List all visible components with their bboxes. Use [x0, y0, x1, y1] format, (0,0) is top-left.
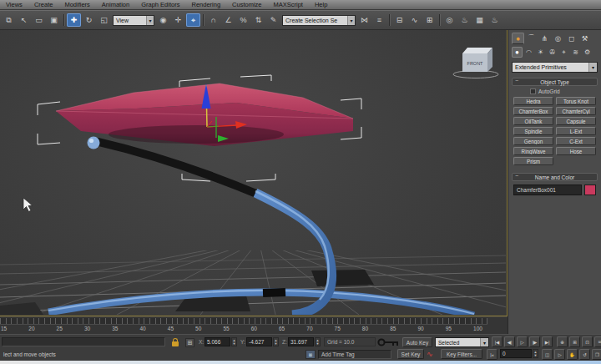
previous-frame-button[interactable]: ◀|: [504, 336, 515, 347]
name-color-rollout-header[interactable]: − Name and Color: [512, 173, 598, 181]
zoom-region-icon[interactable]: ▷: [554, 349, 565, 360]
arc-rotate-icon[interactable]: ↺: [579, 349, 590, 360]
material-editor-icon[interactable]: ◎: [442, 13, 457, 27]
modify-tab[interactable]: ⌒: [525, 33, 538, 44]
z-spinner[interactable]: ▲▼: [315, 337, 321, 346]
align-icon[interactable]: ≡: [372, 13, 386, 27]
go-to-start-button[interactable]: |◀: [492, 336, 503, 347]
add-time-tag-field[interactable]: Add Time Tag: [318, 350, 391, 359]
select-and-manipulate-icon[interactable]: ✛: [171, 13, 185, 27]
go-to-end-button[interactable]: ▶|: [542, 336, 553, 347]
angle-snap-icon[interactable]: ∠: [221, 13, 235, 27]
named-selection-set-dropdown[interactable]: Create Selection Se▾: [282, 15, 356, 26]
utilities-tab[interactable]: ⚒: [578, 33, 591, 44]
object-type-rollout-header[interactable]: − Object Type: [512, 78, 598, 86]
select-and-move-icon[interactable]: ✚: [67, 13, 81, 27]
frame-spinner[interactable]: ▲▼: [533, 349, 538, 358]
percent-snap-icon[interactable]: %: [236, 13, 250, 27]
menu-item[interactable]: Modifiers: [58, 0, 95, 10]
use-center-icon[interactable]: ◉: [156, 13, 170, 27]
select-and-rotate-icon[interactable]: ↻: [82, 13, 96, 27]
timeline-ruler[interactable]: 1520253035404550556065707580859095100: [0, 317, 508, 334]
object-type-button[interactable]: OilTank: [513, 117, 553, 125]
menu-item[interactable]: Graph Editors: [135, 0, 185, 10]
select-and-scale-icon[interactable]: ◱: [97, 13, 111, 27]
time-tag-icon[interactable]: ⧈: [306, 350, 316, 359]
zoom-extents-all-icon[interactable]: ⧈: [594, 336, 601, 347]
layer-manager-icon[interactable]: ⊟: [392, 13, 407, 27]
geometry-category-icon[interactable]: ●: [512, 47, 523, 58]
object-type-button[interactable]: Hedra: [513, 97, 553, 105]
pan-icon[interactable]: ✋: [567, 349, 578, 360]
key-filters-button[interactable]: Key Filters...: [441, 349, 482, 359]
hierarchy-tab[interactable]: ⋔: [538, 33, 551, 44]
curve-editor-icon[interactable]: ∿: [407, 13, 422, 27]
rectangular-selection-region-icon[interactable]: ▭: [32, 13, 46, 27]
helpers-category-icon[interactable]: ⌖: [558, 47, 569, 58]
object-type-button[interactable]: RingWave: [513, 147, 553, 155]
menu-item[interactable]: Animation: [96, 0, 135, 10]
object-type-button[interactable]: C-Ext: [556, 137, 596, 145]
rendered-frame-window-icon[interactable]: ▦: [472, 13, 487, 27]
select-object-icon[interactable]: ↖: [17, 13, 31, 27]
render-production-icon[interactable]: ♨: [487, 13, 502, 27]
menu-item[interactable]: Views: [0, 0, 28, 10]
motion-tab[interactable]: ◎: [552, 33, 564, 44]
set-key-curve-icon[interactable]: ∿: [427, 350, 433, 358]
select-and-link-icon[interactable]: ⧉: [2, 13, 16, 27]
shapes-category-icon[interactable]: ◠: [523, 47, 534, 58]
reference-coordinate-dropdown[interactable]: View▾: [113, 15, 154, 26]
primitive-category-dropdown[interactable]: Extended Primitives ▾: [512, 62, 598, 73]
menu-item[interactable]: Rendering: [185, 0, 226, 10]
y-coordinate-field[interactable]: -4.627: [246, 337, 272, 346]
field-of-view-icon[interactable]: ◫: [542, 349, 553, 360]
zoom-all-icon[interactable]: ⊞: [569, 336, 580, 347]
display-tab[interactable]: ◻: [565, 33, 578, 44]
snap-toggle-3d-icon[interactable]: ∩: [206, 13, 220, 27]
object-color-swatch[interactable]: [584, 185, 596, 195]
key-mode-toggle[interactable]: |«: [487, 349, 497, 360]
menu-item[interactable]: Create: [28, 0, 59, 10]
object-type-button[interactable]: Torus Knot: [556, 97, 596, 105]
selection-filter-dropdown[interactable]: Selected ▾: [435, 337, 489, 347]
spinner-snap-icon[interactable]: ⇅: [251, 13, 265, 27]
render-setup-icon[interactable]: ♨: [457, 13, 472, 27]
space-warps-category-icon[interactable]: ≋: [570, 47, 581, 58]
object-type-button[interactable]: Prism: [513, 157, 553, 165]
object-name-field[interactable]: ChamferBox001: [513, 185, 582, 195]
viewcube[interactable]: FRONT: [453, 48, 498, 78]
menu-item[interactable]: MAXScript: [268, 0, 309, 10]
min-max-toggle-icon[interactable]: ❒: [592, 349, 601, 360]
object-type-button[interactable]: ChamferBox: [513, 107, 553, 115]
window-crossing-icon[interactable]: ▣: [47, 13, 61, 27]
object-type-button[interactable]: L-Ext: [556, 127, 596, 135]
next-frame-button[interactable]: |▶: [529, 336, 540, 347]
selection-lock-icon[interactable]: [172, 341, 179, 346]
x-coordinate-field[interactable]: 5.066: [205, 337, 230, 346]
autogrid-checkbox[interactable]: [530, 88, 536, 94]
lights-category-icon[interactable]: ☀: [535, 47, 546, 58]
zoom-icon[interactable]: ⊕: [557, 336, 568, 347]
cameras-category-icon[interactable]: ✇: [547, 47, 558, 58]
object-type-button[interactable]: Gengon: [513, 137, 553, 145]
current-frame-field[interactable]: 0: [500, 349, 532, 358]
schematic-view-icon[interactable]: ⊞: [422, 13, 437, 27]
zoom-extents-selected-icon[interactable]: ⊡: [582, 336, 593, 347]
object-type-button[interactable]: Capsule: [556, 117, 596, 125]
perspective-viewport[interactable]: FRONT: [0, 30, 508, 316]
mirror-icon[interactable]: ⋈: [357, 13, 371, 27]
auto-key-button[interactable]: Auto Key: [402, 337, 432, 347]
object-type-button[interactable]: Hose: [556, 147, 596, 155]
snaps-toggle-icon[interactable]: ⌖: [186, 13, 200, 27]
hose-object[interactable]: [48, 137, 474, 316]
named-selection-sets-icon[interactable]: ✎: [266, 13, 280, 27]
z-coordinate-field[interactable]: 31.697: [288, 337, 314, 346]
x-spinner[interactable]: ▲▼: [231, 337, 237, 346]
menu-item[interactable]: Customize: [226, 0, 267, 10]
play-button[interactable]: ▷: [517, 336, 528, 347]
systems-category-icon[interactable]: ⚙: [582, 47, 593, 58]
object-type-button[interactable]: Spindle: [513, 127, 553, 135]
set-key-button[interactable]: Set Key: [397, 349, 424, 359]
y-spinner[interactable]: ▲▼: [273, 337, 279, 346]
create-tab[interactable]: ●: [512, 33, 524, 44]
